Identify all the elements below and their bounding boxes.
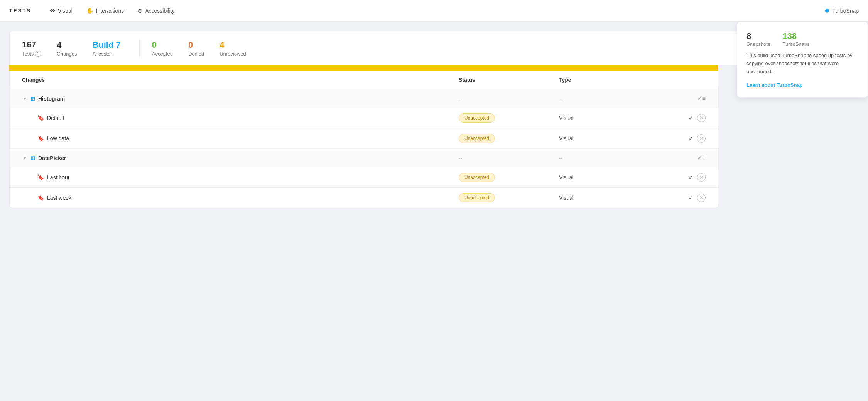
tab-accessibility[interactable]: ⊕ Accessibility: [132, 4, 181, 17]
badge-unaccepted-default: Unaccepted: [459, 113, 495, 123]
ts-turbosnaps: 138 TurboSnaps: [782, 31, 809, 47]
bookmark-icon-default: 🔖: [37, 115, 44, 121]
group-label-datepicker: DatePicker: [38, 155, 66, 161]
denied-label: Denied: [188, 51, 204, 57]
row-name-default: 🔖 Default: [22, 115, 459, 121]
col-changes: Changes: [22, 77, 459, 83]
row-status-low-data: Unaccepted: [459, 134, 559, 143]
tests-help-icon[interactable]: ?: [35, 51, 41, 57]
row-name-last-week: 🔖 Last week: [22, 195, 459, 201]
turbosnap-label: TurboSnap: [832, 8, 859, 14]
row-actions-low-data: ✓ ✕: [659, 134, 706, 143]
deny-icon-low-data[interactable]: ✕: [697, 134, 706, 143]
results-table: Changes Status Type ▾ ⊞ Histogram -- -- …: [9, 71, 718, 208]
table-row-low-data: 🔖 Low data Unaccepted Visual ✓ ✕: [10, 128, 718, 149]
row-status-last-hour: Unaccepted: [459, 173, 559, 182]
tab-visual[interactable]: 👁 Visual: [44, 4, 79, 17]
row-name-low-data: 🔖 Low data: [22, 135, 459, 142]
badge-unaccepted-last-week: Unaccepted: [459, 193, 495, 202]
denied-number: 0: [188, 40, 204, 50]
group-status-datepicker: --: [459, 155, 559, 161]
nav-right: TurboSnap: [825, 8, 859, 14]
group-status-histogram: --: [459, 96, 559, 102]
ts-snapshots: 8 Snapshots: [746, 31, 770, 47]
tests-label: Tests ?: [22, 51, 41, 57]
stat-accepted: 0 Accepted: [152, 40, 173, 57]
chevron-down-icon[interactable]: ▾: [22, 96, 27, 101]
ts-header: 8 Snapshots 138 TurboSnaps: [746, 31, 858, 47]
turbosnap-dot-icon: [825, 9, 829, 13]
batch-accept-icon-datepicker[interactable]: ✓≡: [697, 154, 706, 162]
ts-turbosnaps-number: 138: [782, 31, 809, 41]
row-actions-last-week: ✓ ✕: [659, 194, 706, 202]
deny-icon-last-week[interactable]: ✕: [697, 194, 706, 202]
component-icon-histogram: ⊞: [30, 96, 35, 102]
tab-interactions-label: Interactions: [96, 8, 124, 14]
circle-check-icon: ⊕: [138, 7, 143, 14]
ancestor-label: Ancestor: [92, 51, 120, 57]
ts-learn-link[interactable]: Learn about TurboSnap: [746, 82, 803, 88]
col-status: Status: [459, 77, 559, 83]
row-name-last-hour: 🔖 Last hour: [22, 174, 459, 180]
component-icon-datepicker: ⊞: [30, 155, 35, 161]
deny-icon-default[interactable]: ✕: [697, 114, 706, 122]
table-header: Changes Status Type: [10, 71, 718, 89]
tab-accessibility-label: Accessibility: [145, 8, 174, 14]
stat-denied: 0 Denied: [188, 40, 204, 57]
bookmark-icon-last-hour: 🔖: [37, 174, 44, 180]
deny-icon-last-hour[interactable]: ✕: [697, 173, 706, 182]
tests-number: 167: [22, 40, 41, 50]
row-type-last-week: Visual: [559, 195, 659, 201]
badge-unaccepted-last-hour: Unaccepted: [459, 173, 495, 182]
accept-icon-last-week[interactable]: ✓: [689, 195, 693, 201]
row-label-low-data: Low data: [47, 135, 69, 142]
group-row-histogram: ▾ ⊞ Histogram -- -- ✓≡: [10, 89, 718, 108]
main-content: 167 Tests ? 4 Changes Build 7 Ancestor 0…: [0, 22, 868, 208]
top-nav: TESTS 👁 Visual ✋ Interactions ⊕ Accessib…: [0, 0, 868, 22]
eye-icon: 👁: [50, 7, 56, 14]
stat-tests: 167 Tests ?: [22, 40, 41, 57]
bookmark-icon-last-week: 🔖: [37, 195, 44, 201]
progress-bar: [9, 65, 718, 71]
changes-label: Changes: [57, 51, 77, 57]
group-type-datepicker: --: [559, 155, 659, 161]
stat-changes: 4 Changes: [57, 40, 77, 57]
col-type: Type: [559, 77, 659, 83]
table-row-last-week: 🔖 Last week Unaccepted Visual ✓ ✕: [10, 188, 718, 208]
group-actions-histogram: ✓≡: [659, 95, 706, 102]
ts-snapshots-number: 8: [746, 31, 770, 41]
ts-snapshots-label: Snapshots: [746, 41, 770, 47]
bookmark-icon-low-data: 🔖: [37, 135, 44, 142]
row-status-last-week: Unaccepted: [459, 193, 559, 202]
group-label-histogram: Histogram: [38, 96, 65, 102]
accepted-label: Accepted: [152, 51, 173, 57]
ancestor-number[interactable]: Build 7: [92, 40, 120, 50]
stat-ancestor: Build 7 Ancestor: [92, 40, 120, 57]
nav-tabs: 👁 Visual ✋ Interactions ⊕ Accessibility: [44, 4, 825, 17]
app-logo: TESTS: [9, 8, 31, 13]
row-label-last-hour: Last hour: [47, 174, 69, 180]
group-type-histogram: --: [559, 96, 659, 102]
turbosnap-panel: 8 Snapshots 138 TurboSnaps This build us…: [737, 22, 868, 98]
stats-divider: [139, 39, 140, 57]
row-type-last-hour: Visual: [559, 174, 659, 180]
accept-icon-low-data[interactable]: ✓: [689, 135, 693, 142]
row-label-default: Default: [47, 115, 64, 121]
table-row-last-hour: 🔖 Last hour Unaccepted Visual ✓ ✕: [10, 167, 718, 188]
row-label-last-week: Last week: [47, 195, 71, 201]
chevron-down-icon-datepicker[interactable]: ▾: [22, 155, 27, 161]
ts-description: This build used TurboSnap to speed up te…: [746, 52, 858, 76]
changes-number: 4: [57, 40, 77, 50]
batch-accept-icon[interactable]: ✓≡: [697, 95, 706, 102]
group-name-datepicker: ▾ ⊞ DatePicker: [22, 155, 459, 161]
table-row-default: 🔖 Default Unaccepted Visual ✓ ✕: [10, 108, 718, 128]
row-actions-default: ✓ ✕: [659, 114, 706, 122]
row-type-low-data: Visual: [559, 135, 659, 142]
accept-icon-last-hour[interactable]: ✓: [689, 174, 693, 180]
badge-unaccepted-low-data: Unaccepted: [459, 134, 495, 143]
accept-icon-default[interactable]: ✓: [689, 115, 693, 121]
ts-turbosnaps-label: TurboSnaps: [782, 41, 809, 47]
hand-icon: ✋: [86, 7, 94, 14]
group-actions-datepicker: ✓≡: [659, 154, 706, 162]
tab-interactions[interactable]: ✋ Interactions: [80, 4, 130, 17]
